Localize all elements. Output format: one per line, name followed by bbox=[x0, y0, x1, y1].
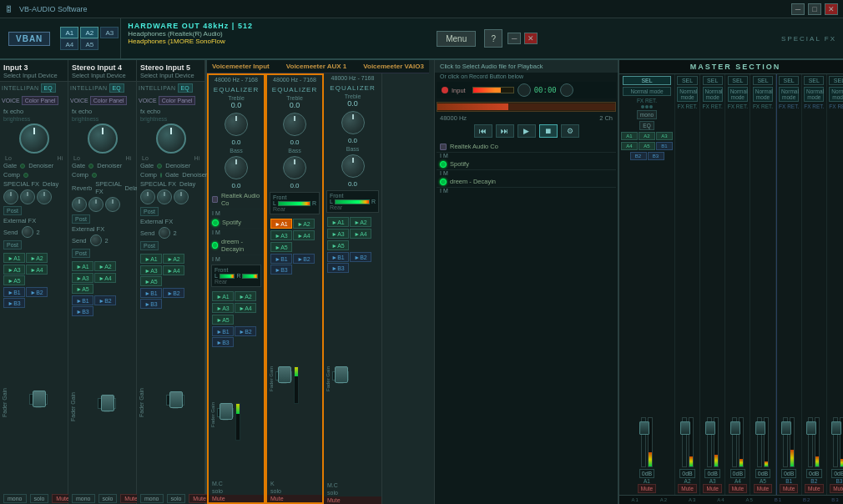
master-mode-b1[interactable]: Normal mode bbox=[779, 87, 799, 102]
ch-si4-b2[interactable]: ►B2 bbox=[94, 295, 116, 305]
vi2-mute[interactable]: Mute bbox=[267, 495, 322, 502]
master-a1-eq-btn[interactable]: EQ bbox=[639, 121, 654, 130]
ch-si4-b3[interactable]: ►B3 bbox=[72, 306, 93, 316]
ch-input3-post-btn[interactable]: Post bbox=[3, 206, 22, 215]
master-a5-fader-handle[interactable] bbox=[755, 421, 765, 435]
master-sel-a2[interactable]: SEL bbox=[677, 76, 697, 85]
ch-input3-knob3[interactable] bbox=[37, 189, 52, 204]
ab-btn-a1[interactable]: A1 bbox=[60, 27, 78, 38]
master-sel-a4[interactable]: SEL bbox=[728, 76, 748, 85]
master-mode-a3[interactable]: Normal mode bbox=[703, 87, 723, 102]
playback-gear-knob[interactable] bbox=[560, 83, 573, 97]
vi1-b1[interactable]: ►B1 bbox=[212, 326, 234, 336]
master-sel-b1[interactable]: SEL bbox=[779, 76, 799, 85]
ch-input3-send-knob[interactable] bbox=[22, 226, 33, 238]
vi3-a1[interactable]: ►A1 bbox=[327, 217, 349, 227]
ch-si4-a3[interactable]: ►A3 bbox=[72, 273, 93, 283]
ch-si5-b3[interactable]: ►B3 bbox=[140, 299, 162, 309]
ch-si5-a2[interactable]: ►A2 bbox=[163, 254, 184, 264]
ch-input3-a5[interactable]: ►A5 bbox=[3, 275, 25, 285]
master-sel-b3[interactable]: SEL bbox=[829, 76, 843, 85]
master-a1-mute[interactable]: Mute bbox=[638, 484, 656, 493]
vi2-a5[interactable]: ►A5 bbox=[270, 242, 292, 252]
master-sel-b2[interactable]: SEL bbox=[804, 76, 824, 85]
master-a4-fader-handle[interactable] bbox=[730, 421, 740, 435]
ch-si5-a3[interactable]: ►A3 bbox=[140, 265, 162, 275]
ch-si5-post2-btn[interactable]: Post bbox=[140, 241, 159, 250]
ch-si5-b2[interactable]: ►B2 bbox=[163, 288, 184, 298]
master-mode-a5[interactable]: Normal mode bbox=[753, 87, 773, 102]
master-a4-mute[interactable]: Mute bbox=[729, 484, 747, 493]
vi1-b2[interactable]: ►B2 bbox=[235, 326, 256, 336]
ch-si4-mono[interactable]: mono bbox=[72, 494, 95, 503]
master-sel-a3[interactable]: SEL bbox=[703, 76, 723, 85]
vi3-fader-handle[interactable] bbox=[335, 366, 348, 383]
stop-button[interactable]: ⏹ bbox=[539, 124, 558, 138]
next-button[interactable]: ⏭ bbox=[496, 124, 514, 138]
vi3-a4[interactable]: ►A4 bbox=[350, 229, 371, 239]
ch-input3-a2[interactable]: ►A2 bbox=[26, 253, 48, 263]
vi2-a1[interactable]: ►A1 bbox=[270, 219, 292, 229]
ch-si4-a5[interactable]: ►A5 bbox=[72, 284, 93, 294]
vi3-treble-knob[interactable] bbox=[341, 111, 365, 134]
maximize-button[interactable]: □ bbox=[808, 3, 821, 15]
ch-input3-post2-btn[interactable]: Post bbox=[3, 240, 22, 249]
master-a1-fader-handle[interactable] bbox=[639, 421, 649, 435]
master-a4-btn[interactable]: A4 bbox=[621, 142, 638, 150]
ab-btn-a3[interactable]: A3 bbox=[100, 27, 119, 38]
ch-si5-post-btn[interactable]: Post bbox=[140, 207, 159, 216]
master-a3-fader-handle[interactable] bbox=[705, 421, 715, 435]
ch-si4-knob3[interactable] bbox=[105, 197, 120, 212]
master-b1-mute[interactable]: Mute bbox=[780, 484, 798, 493]
vi2-fader-handle[interactable] bbox=[278, 366, 291, 383]
ch-si4-send-knob[interactable] bbox=[90, 234, 102, 246]
ch-si4-knob2[interactable] bbox=[88, 197, 103, 212]
ch-si5-knob3[interactable] bbox=[174, 189, 189, 204]
ch-si4-a2[interactable]: ►A2 bbox=[94, 261, 116, 271]
ch-si5-b1[interactable]: ►B1 bbox=[140, 288, 162, 298]
master-mode-b2[interactable]: Normal mode bbox=[804, 87, 824, 102]
vi3-mute[interactable]: Mute bbox=[324, 496, 381, 504]
ch-input3-b1[interactable]: ►B1 bbox=[3, 287, 25, 297]
header-close-button[interactable]: ✕ bbox=[524, 33, 538, 44]
ch-si5-a4[interactable]: ►A4 bbox=[163, 265, 184, 275]
ch-si4-post2-btn[interactable]: Post bbox=[72, 249, 90, 258]
vi3-b3[interactable]: ►B3 bbox=[327, 263, 349, 273]
vi2-b2[interactable]: ►B2 bbox=[293, 254, 315, 264]
header-min-button[interactable]: ─ bbox=[507, 33, 521, 44]
master-b3-mute[interactable]: Mute bbox=[830, 484, 843, 493]
vi1-fader-handle[interactable] bbox=[220, 403, 233, 420]
vi2-a4[interactable]: ►A4 bbox=[293, 230, 315, 240]
ch-si5-eq-btn[interactable]: EQ bbox=[178, 83, 193, 93]
ch-si4-fader-handle[interactable] bbox=[101, 395, 114, 411]
ab-btn-a4[interactable]: A4 bbox=[60, 38, 78, 50]
master-b1-btn[interactable]: B1 bbox=[656, 142, 673, 150]
ch-input3-mono[interactable]: mono bbox=[3, 494, 27, 503]
vi2-a2[interactable]: ►A2 bbox=[293, 219, 315, 229]
master-a2-fader-handle[interactable] bbox=[680, 421, 690, 435]
minimize-button[interactable]: ─ bbox=[791, 3, 805, 15]
vi2-b1[interactable]: ►B1 bbox=[270, 254, 292, 264]
vi2-a3[interactable]: ►A3 bbox=[270, 230, 292, 240]
master-b2-btn[interactable]: B2 bbox=[630, 152, 647, 160]
playback-settings-knob[interactable] bbox=[517, 83, 531, 97]
vi3-bass-knob[interactable] bbox=[341, 154, 365, 178]
ch-si4-a4[interactable]: ►A4 bbox=[94, 273, 116, 283]
vi1-a1[interactable]: ►A1 bbox=[212, 291, 234, 301]
master-a3-mute[interactable]: Mute bbox=[703, 484, 721, 493]
master-a5-btn[interactable]: A5 bbox=[639, 142, 655, 150]
ch-si5-solo[interactable]: solo bbox=[167, 494, 186, 503]
ch-si4-eq-btn[interactable]: EQ bbox=[109, 83, 124, 93]
close-button[interactable]: ✕ bbox=[825, 3, 838, 15]
master-b3-fader-handle[interactable] bbox=[831, 421, 841, 435]
prev-button[interactable]: ⏮ bbox=[474, 124, 492, 138]
vi3-b1[interactable]: ►B1 bbox=[327, 252, 349, 262]
vi3-a5[interactable]: ►A5 bbox=[327, 240, 349, 250]
ch-si4-post-btn[interactable]: Post bbox=[72, 214, 90, 224]
ch-si5-color-panel[interactable]: Color Panel bbox=[159, 96, 196, 105]
ch-input3-knob1[interactable] bbox=[3, 189, 18, 204]
vi3-a2[interactable]: ►A2 bbox=[350, 217, 371, 227]
vi1-bass-knob[interactable] bbox=[225, 156, 248, 179]
master-a1-btn[interactable]: A1 bbox=[621, 132, 638, 140]
master-a5-mute[interactable]: Mute bbox=[754, 484, 772, 493]
